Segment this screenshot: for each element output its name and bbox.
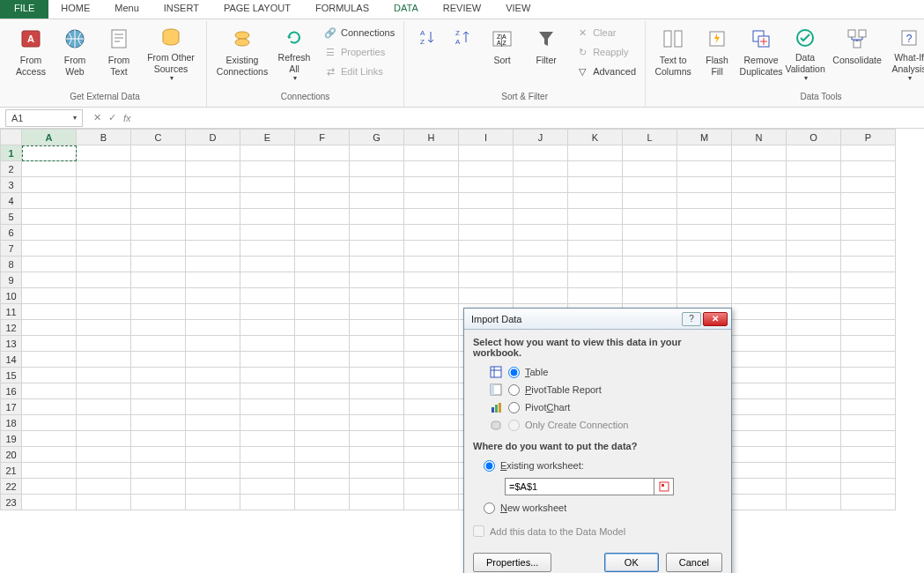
cell-P2[interactable] [841, 161, 896, 177]
cell-B11[interactable] [77, 304, 131, 320]
cell-L4[interactable] [623, 193, 677, 209]
cell-L7[interactable] [623, 241, 677, 257]
cell-G8[interactable] [350, 257, 404, 272]
help-button[interactable]: ? [682, 312, 701, 326]
cell-B7[interactable] [77, 241, 131, 257]
cell-G2[interactable] [350, 161, 404, 177]
cell-D15[interactable] [186, 368, 240, 383]
properties-button[interactable]: ☰Properties [320, 42, 398, 62]
row-header-23[interactable]: 23 [1, 495, 22, 510]
cell-C18[interactable] [131, 415, 186, 431]
cell-E11[interactable] [240, 304, 295, 320]
cell-A15[interactable] [22, 368, 77, 383]
cell-F6[interactable] [295, 225, 350, 241]
row-header-21[interactable]: 21 [1, 463, 22, 479]
cell-J5[interactable] [514, 209, 568, 225]
cell-F15[interactable] [295, 368, 350, 383]
cell-N10[interactable] [732, 288, 787, 304]
existing-connections-button[interactable]: ExistingConnections [212, 23, 272, 85]
cell-D9[interactable] [186, 272, 240, 288]
cell-E19[interactable] [240, 431, 295, 447]
cell-E1[interactable] [240, 145, 295, 161]
cell-E14[interactable] [240, 352, 295, 368]
cell-O2[interactable] [787, 161, 841, 177]
cell-K3[interactable] [568, 177, 623, 193]
cell-B9[interactable] [77, 272, 131, 288]
row-header-9[interactable]: 9 [1, 272, 22, 288]
cell-C22[interactable] [131, 479, 186, 495]
cell-L10[interactable] [623, 288, 677, 304]
cell-H18[interactable] [404, 415, 459, 431]
radio-table[interactable] [508, 367, 520, 378]
tab-review[interactable]: REVIEW [431, 0, 493, 19]
cell-F4[interactable] [295, 193, 350, 209]
advanced-button[interactable]: ▽Advanced [572, 62, 639, 81]
cell-C15[interactable] [131, 368, 186, 383]
cell-P21[interactable] [841, 463, 896, 479]
cell-C16[interactable] [131, 383, 186, 399]
cell-B3[interactable] [77, 177, 131, 193]
cell-E15[interactable] [240, 368, 295, 383]
cell-H10[interactable] [404, 288, 459, 304]
cell-N11[interactable] [732, 304, 787, 320]
cell-N18[interactable] [732, 415, 787, 431]
cell-O15[interactable] [787, 368, 841, 383]
cell-K9[interactable] [568, 272, 623, 288]
cell-G3[interactable] [350, 177, 404, 193]
cell-F17[interactable] [295, 399, 350, 415]
cell-P6[interactable] [841, 225, 896, 241]
cell-L8[interactable] [623, 257, 677, 272]
cell-O6[interactable] [787, 225, 841, 241]
cell-H23[interactable] [404, 495, 459, 510]
cell-L2[interactable] [623, 161, 677, 177]
cell-D12[interactable] [186, 320, 240, 336]
cell-G1[interactable] [350, 145, 404, 161]
cell-B18[interactable] [77, 415, 131, 431]
cell-D8[interactable] [186, 257, 240, 272]
cell-H21[interactable] [404, 463, 459, 479]
cell-H19[interactable] [404, 431, 459, 447]
cell-N5[interactable] [732, 209, 787, 225]
cell-P3[interactable] [841, 177, 896, 193]
cell-E23[interactable] [240, 495, 295, 510]
cell-K10[interactable] [568, 288, 623, 304]
cell-P9[interactable] [841, 272, 896, 288]
cell-J6[interactable] [514, 225, 568, 241]
col-header-P[interactable]: P [841, 130, 896, 145]
cell-B12[interactable] [77, 320, 131, 336]
cell-A18[interactable] [22, 415, 77, 431]
cell-M1[interactable] [677, 145, 732, 161]
dialog-titlebar[interactable]: Import Data ? ✕ [464, 309, 731, 330]
cell-E9[interactable] [240, 272, 295, 288]
cell-N19[interactable] [732, 431, 787, 447]
cell-A1[interactable] [22, 145, 77, 161]
cell-H3[interactable] [404, 177, 459, 193]
cell-O16[interactable] [787, 383, 841, 399]
from-text-button[interactable]: FromText [97, 23, 141, 85]
cell-B19[interactable] [77, 431, 131, 447]
tab-data[interactable]: DATA [381, 0, 431, 19]
cell-P14[interactable] [841, 352, 896, 368]
tab-page-layout[interactable]: PAGE LAYOUT [211, 0, 303, 19]
reapply-button[interactable]: ↻Reapply [572, 42, 639, 62]
radio-existing[interactable] [484, 460, 495, 472]
cell-O10[interactable] [787, 288, 841, 304]
cell-H8[interactable] [404, 257, 459, 272]
row-header-1[interactable]: 1 [1, 145, 22, 161]
cell-C3[interactable] [131, 177, 186, 193]
cell-M4[interactable] [677, 193, 732, 209]
cell-P20[interactable] [841, 447, 896, 463]
cell-B6[interactable] [77, 225, 131, 241]
cell-O12[interactable] [787, 320, 841, 336]
sort-az-button[interactable]: AZ [410, 23, 445, 85]
cell-E17[interactable] [240, 399, 295, 415]
range-picker-button[interactable] [654, 478, 674, 495]
cell-E13[interactable] [240, 336, 295, 352]
cell-H17[interactable] [404, 399, 459, 415]
cell-C21[interactable] [131, 463, 186, 479]
cell-G21[interactable] [350, 463, 404, 479]
cell-J10[interactable] [514, 288, 568, 304]
cell-F13[interactable] [295, 336, 350, 352]
cell-O23[interactable] [787, 495, 841, 510]
radio-pivotchart[interactable] [508, 402, 520, 413]
